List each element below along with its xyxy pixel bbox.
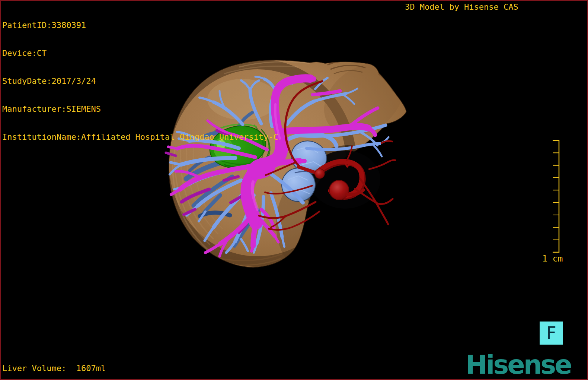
watermark-title: 3D Model by Hisense CAS <box>405 2 518 12</box>
viewer-screen: 1 cm PatientID:3380391 Device:CT StudyDa… <box>0 0 588 380</box>
manufacturer-line: Manufacturer:SIEMENS <box>2 104 278 114</box>
device-line: Device:CT <box>2 48 278 58</box>
patient-info-block: PatientID:3380391 Device:CT StudyDate:20… <box>2 2 278 160</box>
scale-bar-label: 1 cm <box>542 254 563 263</box>
orientation-marker-f: F <box>540 322 563 345</box>
hisense-logo: Hisense <box>466 349 571 380</box>
institution-line: InstitutionName:Affiliated Hospital Qing… <box>2 132 278 142</box>
orientation-marker-label: F <box>546 323 556 343</box>
scale-bar: 1 cm <box>542 140 563 263</box>
study-date-line: StudyDate:2017/3/24 <box>2 76 278 86</box>
patient-id-line: PatientID:3380391 <box>2 20 278 30</box>
liver-volume-readout: Liver Volume: 1607ml <box>2 364 106 373</box>
